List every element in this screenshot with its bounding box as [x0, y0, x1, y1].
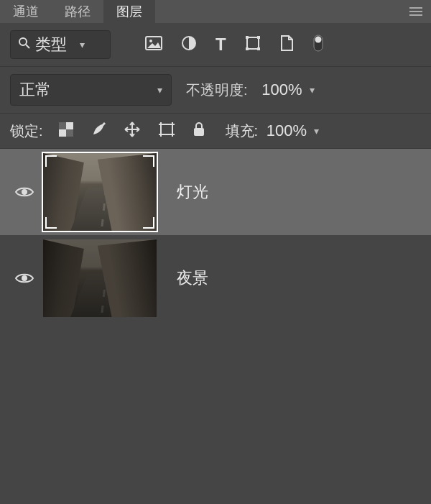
layer-thumbnail[interactable]	[43, 153, 157, 231]
blend-mode-value: 正常	[19, 79, 51, 101]
svg-rect-12	[257, 47, 260, 50]
search-icon	[18, 35, 31, 54]
filter-toggle-switch[interactable]	[312, 34, 324, 55]
svg-point-26	[22, 189, 27, 195]
svg-point-27	[22, 275, 27, 281]
visibility-toggle[interactable]	[10, 185, 39, 198]
eye-icon	[15, 272, 34, 285]
layer-name-label[interactable]: 夜景	[177, 267, 208, 289]
fill-value: 100%	[262, 122, 307, 140]
blend-mode-row: 正常 ▾ 不透明度: 100% ▾	[0, 67, 431, 114]
lock-row: 锁定: 填充: 100% ▾	[0, 114, 431, 149]
layer-item[interactable]: 灯光	[0, 149, 431, 235]
filter-pixel-icon[interactable]	[145, 36, 162, 53]
filter-smartobject-icon[interactable]	[279, 35, 294, 55]
svg-rect-25	[194, 128, 204, 136]
layer-thumbnail[interactable]	[43, 239, 157, 317]
panel-menu-button[interactable]	[408, 6, 424, 17]
svg-rect-10	[257, 36, 260, 39]
filter-adjustment-icon[interactable]	[181, 35, 197, 54]
chevron-down-icon: ▾	[157, 84, 162, 96]
opacity-control[interactable]: 100% ▾	[258, 81, 315, 99]
filter-type-label: 类型	[35, 34, 67, 55]
blend-mode-select[interactable]: 正常 ▾	[10, 74, 172, 106]
opacity-value: 100%	[258, 81, 302, 99]
lock-pixels-icon[interactable]	[91, 122, 106, 140]
svg-point-3	[19, 38, 27, 45]
panel-tabs: 通道 路径 图层	[0, 0, 431, 23]
tab-paths[interactable]: 路径	[52, 0, 103, 23]
filter-type-icons: T	[145, 34, 324, 55]
filter-shape-icon[interactable]	[245, 35, 261, 54]
layer-list: 灯光 夜景	[0, 149, 431, 321]
tab-channels[interactable]: 通道	[0, 0, 52, 23]
filter-type-text-icon[interactable]: T	[216, 36, 226, 53]
layers-panel-body: 类型 ▾ T 正常 ▾ 不透明度:	[0, 23, 431, 504]
opacity-label: 不透明度:	[186, 81, 248, 100]
svg-line-4	[26, 45, 29, 48]
layer-filter-row: 类型 ▾ T	[0, 23, 431, 67]
svg-rect-11	[246, 47, 249, 50]
svg-rect-9	[246, 36, 249, 39]
chevron-down-icon: ▾	[80, 39, 85, 50]
lock-icons	[59, 121, 205, 141]
filter-type-select[interactable]: 类型 ▾	[10, 30, 111, 59]
lock-label: 锁定:	[10, 122, 43, 141]
lock-position-icon[interactable]	[124, 121, 141, 141]
svg-rect-16	[59, 122, 66, 129]
lock-transparency-icon[interactable]	[59, 122, 73, 139]
chevron-down-icon: ▾	[314, 125, 319, 137]
fill-control[interactable]: 100% ▾	[262, 122, 319, 140]
visibility-toggle[interactable]	[10, 272, 39, 285]
chevron-down-icon: ▾	[310, 84, 315, 96]
fill-label: 填充:	[226, 122, 259, 141]
svg-rect-17	[66, 129, 73, 137]
svg-point-14	[315, 37, 321, 43]
lock-all-icon[interactable]	[193, 122, 205, 140]
svg-rect-8	[247, 37, 259, 49]
layer-name-label[interactable]: 灯光	[177, 181, 208, 203]
lock-artboard-icon[interactable]	[158, 122, 175, 140]
tab-layers[interactable]: 图层	[103, 0, 155, 23]
svg-point-6	[149, 40, 152, 42]
eye-icon	[15, 185, 34, 198]
layer-item[interactable]: 夜景	[0, 235, 431, 321]
svg-rect-20	[161, 124, 172, 134]
